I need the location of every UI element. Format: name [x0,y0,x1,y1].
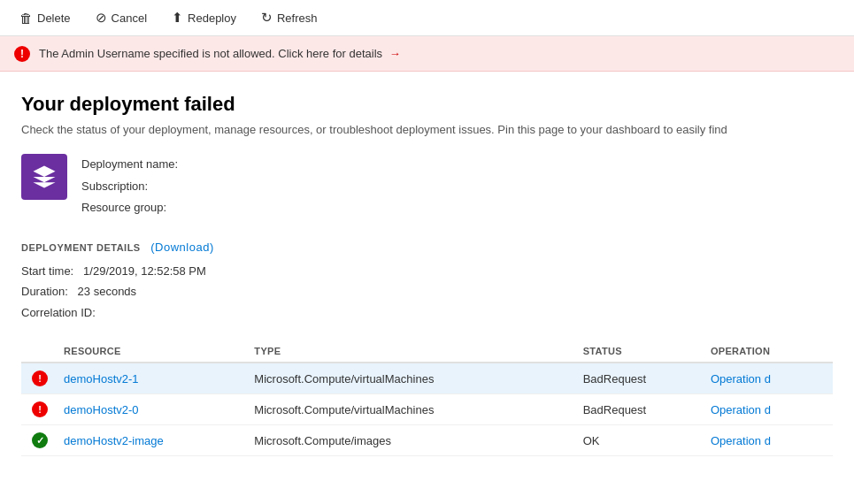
resources-table-section: RESOURCE TYPE STATUS OPERATION ! demoHos… [21,340,833,456]
row-type: Microsoft.Compute/virtualMachines [254,394,582,425]
table-row: ! demoHostv2-0 Microsoft.Compute/virtual… [21,394,833,425]
refresh-icon: ↻ [261,10,273,26]
refresh-button[interactable]: ↻ Refresh [252,6,327,29]
deployment-name-label: Deployment name: [81,157,178,171]
table-row: ✓ demoHostv2-image Microsoft.Compute/ima… [21,425,833,456]
delete-label: Delete [37,11,71,25]
success-icon: ✓ [32,432,48,448]
deployment-rg-label: Resource group: [81,201,166,214]
row-status-icon-cell: ! [21,363,64,394]
row-type: Microsoft.Compute/virtualMachines [254,363,582,394]
main-content: Your deployment failed Check the status … [0,72,854,456]
resource-link[interactable]: demoHostv2-1 [64,372,139,386]
col-status-icon [21,340,64,363]
operation-link[interactable]: Operation d [711,403,771,416]
row-status: BadRequest [583,394,711,425]
col-type: TYPE [254,340,582,363]
table-row: ! demoHostv2-1 Microsoft.Compute/virtual… [21,363,833,394]
resource-link[interactable]: demoHostv2-0 [64,403,139,416]
cancel-icon: ⊘ [96,10,107,26]
col-operation: OPERATION [711,340,833,363]
alert-arrow: → [389,47,401,60]
deployment-details: DEPLOYMENT DETAILS (Download) Start time… [21,241,833,323]
row-operation: Operation d [711,363,833,394]
page-title: Your deployment failed [21,93,833,116]
alert-message: The Admin Username specified is not allo… [39,47,401,60]
cancel-label: Cancel [112,11,147,25]
resource-link[interactable]: demoHostv2-image [64,434,164,447]
redeploy-icon: ⬆ [172,10,183,26]
deployment-subscription-label: Subscription: [81,179,148,193]
deployment-subscription-row: Subscription: [81,176,178,198]
col-resource: RESOURCE [64,340,254,363]
start-time-row: Start time: 1/29/2019, 12:52:58 PM [21,261,833,281]
row-operation: Operation d [711,425,833,456]
row-type: Microsoft.Compute/images [254,425,582,456]
alert-banner: ! The Admin Username specified is not al… [0,36,854,72]
delete-icon: 🗑 [19,11,33,26]
deployment-fields: Deployment name: Subscription: Resource … [81,154,178,219]
deployment-rg-row: Resource group: [81,197,178,219]
col-status: STATUS [583,340,711,363]
row-status-icon-cell: ✓ [21,425,64,456]
operation-link[interactable]: Operation d [711,372,771,386]
page-subtitle: Check the status of your deployment, man… [21,123,833,136]
redeploy-label: Redeploy [188,11,236,25]
cancel-button[interactable]: ⊘ Cancel [87,6,156,29]
alert-icon: ! [14,46,30,62]
details-header: DEPLOYMENT DETAILS (Download) [21,241,833,254]
refresh-label: Refresh [277,11,318,25]
error-icon: ! [32,370,48,386]
deployment-icon [21,154,67,200]
box-icon [31,164,58,190]
deployment-info: Deployment name: Subscription: Resource … [21,154,833,219]
row-status-icon-cell: ! [21,394,64,425]
download-link[interactable]: (Download) [150,241,213,254]
table-header-row: RESOURCE TYPE STATUS OPERATION [21,340,833,363]
row-status: OK [583,425,711,456]
row-status: BadRequest [583,363,711,394]
deployment-name-row: Deployment name: [81,154,178,176]
resources-table: RESOURCE TYPE STATUS OPERATION ! demoHos… [21,340,833,456]
correlation-row: Correlation ID: [21,302,833,323]
delete-button[interactable]: 🗑 Delete [11,7,80,29]
operation-link[interactable]: Operation d [711,434,771,447]
row-resource: demoHostv2-image [64,425,254,456]
redeploy-button[interactable]: ⬆ Redeploy [163,6,245,29]
toolbar: 🗑 Delete ⊘ Cancel ⬆ Redeploy ↻ Refresh [0,0,854,36]
duration-row: Duration: 23 seconds [21,281,833,302]
row-resource: demoHostv2-1 [64,363,254,394]
error-icon: ! [32,401,48,417]
row-resource: demoHostv2-0 [64,394,254,425]
row-operation: Operation d [711,394,833,425]
